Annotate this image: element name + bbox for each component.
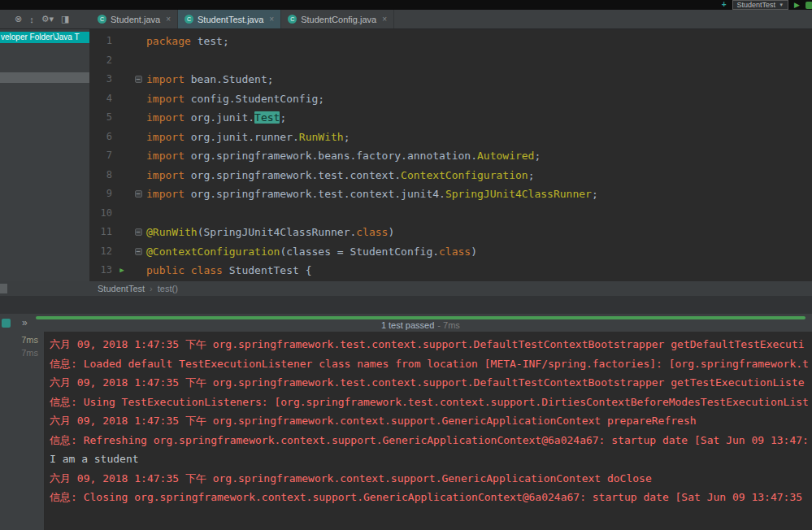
code-area[interactable]: 1package test;23−import bean.Student;4im… xyxy=(89,29,812,281)
tab-label: Student.java xyxy=(111,15,160,24)
console-line: 信息: Using TestExecutionListeners: [org.s… xyxy=(50,393,812,412)
code-text[interactable]: package test; xyxy=(145,32,229,51)
code-text[interactable]: import org.junit.runner.RunWith; xyxy=(145,128,350,147)
gutter-spacer xyxy=(112,51,132,71)
test-duration: 7ms xyxy=(0,347,44,360)
gutter-spacer xyxy=(132,51,145,71)
line-number: 7 xyxy=(89,146,112,166)
code-line: 10 xyxy=(89,204,812,224)
gutter-spacer xyxy=(132,108,145,128)
code-line: 13▶public class StudentTest { xyxy=(89,261,812,280)
run-panel-header: » 1 test passed- 7ms xyxy=(0,314,812,332)
tab-student-java[interactable]: C Student.java × xyxy=(91,10,178,28)
console-line: 六月 09, 2018 1:47:35 下午 org.springframewo… xyxy=(50,373,812,393)
code-text[interactable]: import org.springframework.beans.factory… xyxy=(145,146,541,166)
hide-panel-icon[interactable]: ◨ xyxy=(61,14,69,24)
tab-studentconfig-java[interactable]: C StudentConfig.java × xyxy=(281,10,394,28)
gutter-spacer xyxy=(112,108,132,128)
gutter-spacer xyxy=(112,89,132,109)
test-status-text: 1 test passed xyxy=(381,320,434,330)
code-line: 4import config.StudentConfig; xyxy=(89,89,812,109)
console-output[interactable]: 六月 09, 2018 1:47:35 下午 org.springframewo… xyxy=(45,332,812,530)
expand-chevrons-icon[interactable]: » xyxy=(22,317,28,328)
sync-icon[interactable]: ⊗ xyxy=(15,14,22,24)
gutter-spacer xyxy=(132,128,145,147)
test-progress-bar xyxy=(36,316,805,319)
code-text[interactable]: @RunWith(SpringJUnit4ClassRunner.class) xyxy=(145,223,394,242)
close-icon[interactable]: × xyxy=(166,15,171,24)
tab-label: StudentConfig.java xyxy=(301,15,376,24)
line-number: 1 xyxy=(89,32,112,51)
test-status: 1 test passed- 7ms xyxy=(36,321,805,330)
fold-marker-icon[interactable]: − xyxy=(132,70,145,89)
code-line: 11−@RunWith(SpringJUnit4ClassRunner.clas… xyxy=(89,223,812,242)
gutter-spacer xyxy=(112,204,132,224)
run-toolwindow-icon xyxy=(2,319,11,328)
run-config-selector[interactable]: StudentTest ▼ xyxy=(732,0,788,10)
gutter-spacer xyxy=(132,32,145,51)
console-line: 六月 09, 2018 1:47:35 下午 org.springframewo… xyxy=(50,411,812,431)
debug-button[interactable] xyxy=(805,2,812,9)
code-text[interactable]: @ContextConfiguration(classes = StudentC… xyxy=(145,242,477,262)
line-number: 8 xyxy=(89,166,112,185)
add-configuration-icon[interactable]: + xyxy=(722,1,727,9)
breadcrumb-class[interactable]: StudentTest xyxy=(98,284,145,293)
project-panel[interactable]: veloper Folder\Java T xyxy=(0,29,89,281)
line-number: 13 xyxy=(89,261,112,280)
gutter-spacer xyxy=(132,89,145,109)
run-test-gutter-icon[interactable]: ▶ xyxy=(112,261,132,280)
toolwindow-stripe-button[interactable] xyxy=(0,284,7,293)
test-duration: 7ms xyxy=(0,334,44,347)
chevron-down-icon: ▼ xyxy=(779,2,784,7)
line-number: 10 xyxy=(89,204,112,224)
gutter-spacer xyxy=(112,242,132,262)
breadcrumb: StudentTest › test() xyxy=(0,281,812,296)
code-line: 2 xyxy=(89,51,812,71)
java-class-icon: C xyxy=(288,15,297,24)
line-number: 2 xyxy=(89,51,112,71)
java-class-icon: C xyxy=(185,15,193,24)
code-text[interactable] xyxy=(145,204,146,224)
panel-splitter[interactable] xyxy=(0,296,812,314)
breadcrumb-method[interactable]: test() xyxy=(158,284,178,293)
java-class-icon: C xyxy=(98,15,106,24)
line-number: 12 xyxy=(89,242,112,262)
console-line: 信息: Refreshing org.springframework.conte… xyxy=(50,431,812,450)
run-config-label: StudentTest xyxy=(737,1,776,9)
close-icon[interactable]: × xyxy=(269,15,274,24)
fold-marker-icon[interactable]: − xyxy=(132,185,145,204)
titlebar: + StudentTest ▼ ▶ xyxy=(0,0,812,10)
line-number: 6 xyxy=(89,128,112,147)
gutter-spacer xyxy=(132,166,145,185)
line-number: 9 xyxy=(89,185,112,204)
line-number: 11 xyxy=(89,223,112,242)
project-selected-item[interactable]: veloper Folder\Java T xyxy=(0,32,89,43)
gutter-spacer xyxy=(112,32,132,51)
code-text[interactable]: import org.springframework.test.context.… xyxy=(145,185,598,204)
tab-studenttest-java[interactable]: C StudentTest.java × xyxy=(178,10,281,28)
tabs: C Student.java × C StudentTest.java × C … xyxy=(91,10,394,28)
run-button[interactable]: ▶ xyxy=(794,1,800,9)
close-icon[interactable]: × xyxy=(382,15,387,24)
expand-all-icon[interactable]: ↕ xyxy=(29,15,34,24)
code-text[interactable] xyxy=(145,51,146,71)
code-line: 1package test; xyxy=(89,32,812,51)
test-durations[interactable]: 7ms7ms xyxy=(0,332,45,530)
project-hover-row[interactable] xyxy=(0,72,89,83)
fold-marker-icon[interactable]: − xyxy=(132,223,145,242)
gutter-spacer xyxy=(112,70,132,89)
code-text[interactable]: import org.springframework.test.context.… xyxy=(145,166,534,185)
code-text[interactable]: public class StudentTest { xyxy=(145,261,312,280)
line-number: 3 xyxy=(89,70,112,89)
gutter-spacer xyxy=(132,146,145,166)
gutter-spacer xyxy=(112,185,132,204)
code-text[interactable]: import org.junit.Test; xyxy=(145,108,286,128)
code-text[interactable]: import bean.Student; xyxy=(145,70,274,89)
line-number: 4 xyxy=(89,89,112,109)
code-text[interactable]: import config.StudentConfig; xyxy=(145,89,324,109)
code-line: 9−import org.springframework.test.contex… xyxy=(89,185,812,204)
settings-gear-icon[interactable]: ⚙▾ xyxy=(41,14,54,24)
editor-tabbar: ⊗↕⚙▾◨ C Student.java × C StudentTest.jav… xyxy=(0,10,812,29)
gutter-spacer xyxy=(112,128,132,147)
fold-marker-icon[interactable]: − xyxy=(132,242,145,262)
